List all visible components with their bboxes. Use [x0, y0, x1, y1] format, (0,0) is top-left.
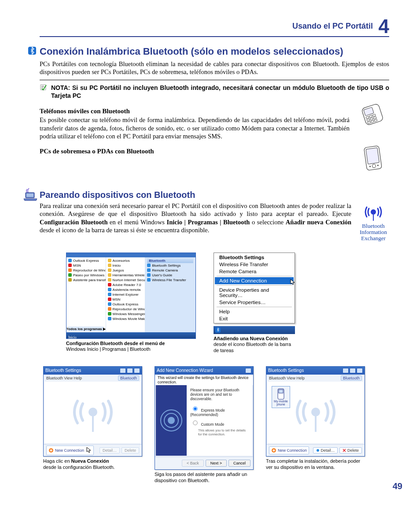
start-menu-item[interactable]: MSN: [108, 297, 144, 302]
cursor-icon: [290, 279, 295, 286]
background-wireless-icon: [69, 388, 117, 437]
window-title: Add New Connection Wizard: [157, 368, 213, 373]
start-menu-item[interactable]: User's Guide: [147, 273, 193, 278]
pairing-heading: Pareando dispositivos con Bluetooth: [40, 190, 389, 200]
page-header: Usando el PC Portátil 4: [40, 18, 389, 37]
menu-separator: [217, 285, 292, 286]
menu-separator: [217, 307, 292, 307]
window-title: Bluetooth Settings: [45, 368, 81, 373]
pda-illustration: [355, 144, 389, 172]
start-menu-item[interactable]: Paseo por Windows XP: [68, 273, 104, 278]
background-wireless-icon: [291, 388, 340, 437]
bluetooth-exchanger-icon: Bluetooth Information Exchanger: [357, 202, 389, 242]
win1-caption: Haga clic en Nueva Conexión desde la con…: [43, 458, 142, 471]
win2-caption: Siga los pasos del asistente para añadir…: [155, 472, 254, 484]
window-title: Bluetooth Settings: [268, 368, 304, 373]
laptop-wireless-icon: [23, 188, 38, 201]
svg-point-32: [317, 449, 319, 452]
custom-mode-radio[interactable]: Custom Mode: [190, 419, 249, 427]
svg-rect-22: [92, 412, 94, 432]
start-menu-item[interactable]: Reproductor de Windows Media: [108, 307, 144, 312]
paired-device-icon[interactable]: My mobile phone: [272, 386, 290, 408]
context-menu-item[interactable]: Service Properties…: [215, 299, 294, 306]
start-menu-item[interactable]: MSN: [68, 263, 104, 268]
start-menu-caption: Configuración Bluetooth desde el menú de…: [66, 341, 196, 353]
bluetooth-settings-window-2: Bluetooth Settings Bluetooth View Help B…: [266, 366, 365, 471]
note-icon: [40, 84, 47, 91]
start-menu-item[interactable]: Windows Movie Maker: [108, 316, 144, 321]
detail-button[interactable]: Detail…: [313, 447, 338, 453]
bluetooth-icon: [28, 47, 36, 55]
context-menu-caption: Añadiendo una Nueva Conexión desde el ic…: [214, 336, 295, 354]
svg-rect-20: [373, 212, 374, 221]
start-menu-item[interactable]: Windows Messenger: [108, 312, 144, 316]
start-menu-item[interactable]: Adobe Reader 7.0: [108, 282, 144, 287]
new-connection-button[interactable]: New Connection: [46, 446, 94, 455]
delete-button[interactable]: Delete: [122, 447, 139, 453]
start-button[interactable]: Inicio: [66, 335, 78, 340]
svg-rect-18: [26, 193, 33, 197]
start-menu-item[interactable]: Accesorios: [108, 258, 144, 263]
tray-bluetooth-icon[interactable]: [215, 327, 221, 333]
svg-rect-28: [279, 390, 283, 393]
start-menu-item[interactable]: Inicio: [108, 263, 144, 268]
all-programs-item[interactable]: Todos los programas ▶: [68, 327, 104, 331]
start-menu-item[interactable]: Reproductor de Windows Media: [68, 268, 104, 273]
start-menu-item[interactable]: Norton Internet Security: [108, 278, 144, 282]
new-connection-button[interactable]: New Connection: [269, 446, 309, 454]
start-menu-item[interactable]: Internet Explorer: [108, 292, 144, 297]
start-menu-item[interactable]: Juegos: [108, 268, 144, 273]
context-menu-item[interactable]: Bluetooth Settings: [215, 254, 294, 261]
start-menu-item[interactable]: Herramientas Wireless Utility Platform: [108, 273, 144, 278]
subheading-pdas: PCs de sobremesa o PDAs con Bluetooth: [40, 148, 350, 155]
cancel-button[interactable]: Cancel: [228, 460, 251, 467]
delete-button[interactable]: Delete: [339, 447, 362, 453]
start-menu-item[interactable]: Asistencia remota: [108, 287, 144, 292]
divider: [40, 80, 389, 80]
add-connection-wizard-window: Add New Connection Wizard This wizard wi…: [155, 366, 254, 484]
intro-text: PCs Portátiles con tecnología Bluetooth …: [40, 60, 389, 76]
context-menu-item[interactable]: Add New Connection: [215, 277, 294, 284]
page-number: 49: [393, 481, 402, 491]
context-menu-item[interactable]: Device Properties and Security…: [215, 286, 294, 299]
wizard-hint: Please ensure your Bluetooth devices are…: [190, 388, 249, 401]
chapter-number: 4: [379, 15, 389, 37]
wizard-graphic: [156, 385, 187, 456]
next-button[interactable]: Next >: [206, 460, 227, 467]
context-menu-item[interactable]: Exit: [215, 315, 294, 322]
subheading-phones: Teléfonos móviles con Bluetooth: [40, 108, 350, 115]
back-button[interactable]: < Back: [182, 460, 204, 467]
svg-rect-30: [315, 412, 317, 432]
start-menu-item[interactable]: Bluetooth Settings: [147, 263, 193, 268]
start-menu-item[interactable]: Remote Camera: [147, 268, 193, 273]
header-title: Usando el PC Portátil: [292, 22, 373, 30]
svg-point-14: [372, 164, 376, 168]
bluetooth-tag: Bluetooth: [118, 375, 139, 381]
express-mode-radio[interactable]: Express Mode (Recommended): [190, 405, 249, 417]
phones-text: Es posible conectar su teléfono móvil de…: [40, 116, 350, 141]
context-menu-item[interactable]: Remote Camera: [215, 268, 294, 275]
start-menu-item[interactable]: Outlook Express: [108, 302, 144, 307]
context-menu-item[interactable]: Wireless File Transfer: [215, 261, 294, 268]
custom-mode-hint: This allows you to set the details for t…: [198, 428, 249, 436]
bluetooth-tag: Bluetooth: [341, 375, 362, 381]
window-menubar[interactable]: Bluetooth View Help: [46, 376, 82, 380]
bluetooth-folder-header: Bluetooth: [147, 258, 193, 263]
note-text: NOTA: Si su PC Portátil no incluyen Blue…: [51, 84, 389, 100]
bluetooth-exchanger-label: Bluetooth Information Exchanger: [357, 223, 389, 242]
start-menu-screenshot: Outlook ExpressMSNReproductor de Windows…: [66, 253, 196, 353]
window-controls[interactable]: [343, 368, 363, 373]
svg-rect-13: [366, 148, 379, 164]
pairing-text: Para realizar una conexión será necesari…: [40, 202, 351, 234]
start-menu-item[interactable]: Asistente para transferencia de archivos…: [68, 278, 104, 282]
start-menu-item[interactable]: Wireless File Transfer: [147, 278, 193, 282]
context-menu-screenshot: Bluetooth SettingsWireless File Transfer…: [214, 253, 295, 354]
start-menu-item[interactable]: Outlook Express: [68, 258, 104, 263]
window-controls[interactable]: [120, 368, 140, 373]
win3-caption: Tras completar la instalación, debería p…: [266, 458, 365, 471]
context-menu-item[interactable]: Help: [215, 308, 294, 315]
detail-button[interactable]: Detail…: [99, 447, 120, 453]
window-controls[interactable]: [245, 368, 251, 373]
window-menubar[interactable]: Bluetooth View Help: [269, 376, 305, 380]
wizard-subtitle: This wizard will create the settings for…: [158, 375, 251, 384]
